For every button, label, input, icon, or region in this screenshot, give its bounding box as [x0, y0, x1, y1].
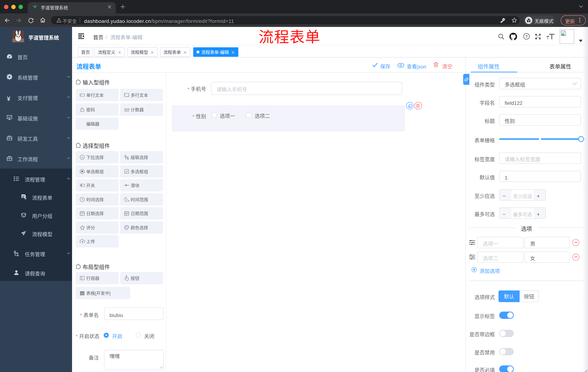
svg-text:123: 123: [124, 107, 129, 111]
svg-text:?: ?: [525, 34, 528, 39]
